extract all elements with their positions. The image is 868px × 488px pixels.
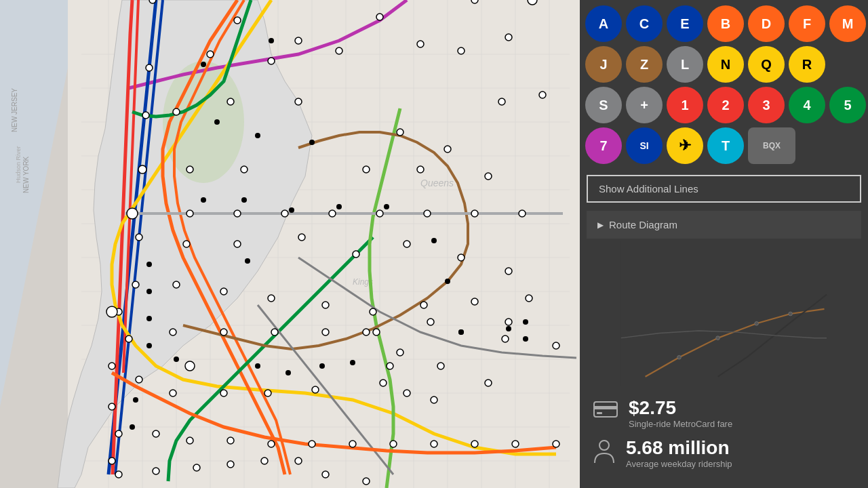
svg-point-123 bbox=[390, 441, 397, 447]
svg-point-164 bbox=[319, 363, 325, 369]
ridership-stat-row: 5.68 million Average weekday ridership bbox=[593, 437, 854, 469]
svg-point-109 bbox=[312, 386, 319, 393]
line-button-SI[interactable]: SI bbox=[626, 127, 663, 164]
svg-point-62 bbox=[127, 208, 138, 219]
line-button-S[interactable]: S bbox=[585, 87, 622, 123]
svg-rect-172 bbox=[594, 406, 617, 409]
svg-point-48 bbox=[142, 112, 149, 119]
line-button-2[interactable]: 2 bbox=[707, 87, 744, 123]
line-button-BQX[interactable]: BQX bbox=[748, 127, 795, 164]
svg-point-41 bbox=[146, 64, 153, 71]
svg-text:NEW JERSEY: NEW JERSEY bbox=[11, 88, 18, 132]
line-button-Q[interactable]: Q bbox=[748, 46, 785, 83]
line-row-3: S + 1 2 3 4 5 6 bbox=[585, 87, 863, 123]
svg-point-117 bbox=[153, 430, 159, 437]
svg-point-110 bbox=[380, 380, 387, 386]
svg-point-103 bbox=[505, 319, 512, 325]
svg-point-101 bbox=[397, 349, 403, 356]
svg-point-79 bbox=[132, 281, 139, 288]
map-svg: NEW JERSEY Hudson River NEW YORK Queens … bbox=[0, 0, 580, 488]
svg-point-82 bbox=[268, 295, 275, 302]
sidebar: A C E B D F M G J Z L N Q R S + bbox=[580, 0, 868, 488]
svg-point-35 bbox=[149, 0, 156, 3]
line-button-shuttle[interactable]: ✈ bbox=[667, 127, 703, 164]
svg-point-55 bbox=[539, 92, 546, 98]
svg-point-122 bbox=[349, 441, 356, 447]
svg-point-45 bbox=[417, 41, 424, 47]
line-button-D[interactable]: D bbox=[748, 5, 785, 42]
svg-point-40 bbox=[528, 0, 537, 5]
svg-point-43 bbox=[268, 58, 275, 64]
svg-point-90 bbox=[170, 329, 176, 336]
svg-point-78 bbox=[505, 268, 512, 274]
svg-point-98 bbox=[106, 306, 117, 317]
line-button-Z[interactable]: Z bbox=[626, 46, 663, 83]
svg-point-124 bbox=[431, 441, 437, 447]
svg-point-150 bbox=[523, 336, 528, 342]
line-button-L[interactable]: L bbox=[667, 46, 703, 83]
svg-point-121 bbox=[309, 441, 315, 447]
svg-point-84 bbox=[370, 308, 376, 315]
svg-point-135 bbox=[322, 471, 329, 478]
svg-point-153 bbox=[458, 329, 464, 335]
svg-point-50 bbox=[227, 98, 234, 105]
svg-point-143 bbox=[241, 197, 247, 203]
svg-point-157 bbox=[146, 316, 152, 321]
line-button-N[interactable]: N bbox=[707, 46, 744, 83]
line-button-4[interactable]: 4 bbox=[789, 87, 825, 123]
svg-point-96 bbox=[502, 336, 509, 342]
show-additional-lines-button[interactable]: Show Additional Lines bbox=[587, 175, 861, 203]
svg-point-99 bbox=[185, 361, 195, 371]
svg-point-60 bbox=[417, 166, 424, 173]
svg-point-160 bbox=[130, 424, 135, 430]
fare-content: $2.75 Single-ride MetroCard fare bbox=[629, 397, 732, 429]
svg-point-39 bbox=[471, 0, 478, 3]
line-button-E[interactable]: E bbox=[667, 5, 703, 42]
svg-point-102 bbox=[437, 363, 444, 369]
svg-point-161 bbox=[174, 357, 179, 362]
svg-point-91 bbox=[220, 329, 227, 336]
svg-point-125 bbox=[471, 441, 478, 447]
svg-point-154 bbox=[245, 258, 250, 264]
line-button-F[interactable]: F bbox=[789, 5, 825, 42]
svg-point-36 bbox=[234, 17, 241, 24]
svg-point-115 bbox=[108, 403, 115, 410]
fare-value: $2.75 bbox=[629, 397, 732, 419]
route-diagram-button[interactable]: ▶ Route Diagram bbox=[587, 211, 861, 239]
line-button-R[interactable]: R bbox=[789, 46, 825, 83]
svg-point-148 bbox=[445, 279, 450, 284]
line-button-M[interactable]: M bbox=[829, 5, 866, 42]
svg-point-113 bbox=[431, 396, 437, 403]
svg-point-81 bbox=[220, 288, 227, 295]
stats-section: $2.75 Single-ride MetroCard fare 5.68 mi… bbox=[580, 386, 868, 488]
line-button-7[interactable]: 7 bbox=[585, 127, 622, 164]
line-row-4: 7 SI ✈ T BQX bbox=[585, 127, 863, 164]
line-button-A[interactable]: A bbox=[585, 5, 622, 42]
line-button-J[interactable]: J bbox=[585, 46, 622, 83]
line-button-plus[interactable]: + bbox=[626, 87, 663, 123]
svg-point-120 bbox=[268, 441, 275, 447]
svg-point-167 bbox=[677, 355, 682, 359]
svg-point-168 bbox=[716, 336, 720, 340]
svg-point-76 bbox=[403, 241, 410, 247]
line-button-B[interactable]: B bbox=[707, 5, 744, 42]
svg-point-165 bbox=[350, 360, 355, 365]
svg-text:Hudson River: Hudson River bbox=[15, 146, 22, 183]
chevron-right-icon: ▶ bbox=[597, 220, 604, 230]
svg-point-141 bbox=[309, 140, 315, 145]
svg-point-116 bbox=[115, 430, 122, 437]
svg-point-86 bbox=[471, 298, 478, 305]
svg-point-87 bbox=[526, 295, 532, 302]
line-button-T[interactable]: T bbox=[707, 127, 744, 164]
svg-point-119 bbox=[227, 437, 234, 444]
line-button-3[interactable]: 3 bbox=[748, 87, 785, 123]
line-button-C[interactable]: C bbox=[626, 5, 663, 42]
line-button-1[interactable]: 1 bbox=[667, 87, 703, 123]
svg-point-127 bbox=[553, 441, 559, 447]
line-button-5[interactable]: 5 bbox=[829, 87, 866, 123]
ridership-content: 5.68 million Average weekday ridership bbox=[626, 437, 732, 469]
svg-point-145 bbox=[336, 204, 342, 209]
svg-point-174 bbox=[599, 441, 609, 450]
svg-point-67 bbox=[376, 210, 383, 217]
svg-point-89 bbox=[125, 336, 132, 342]
